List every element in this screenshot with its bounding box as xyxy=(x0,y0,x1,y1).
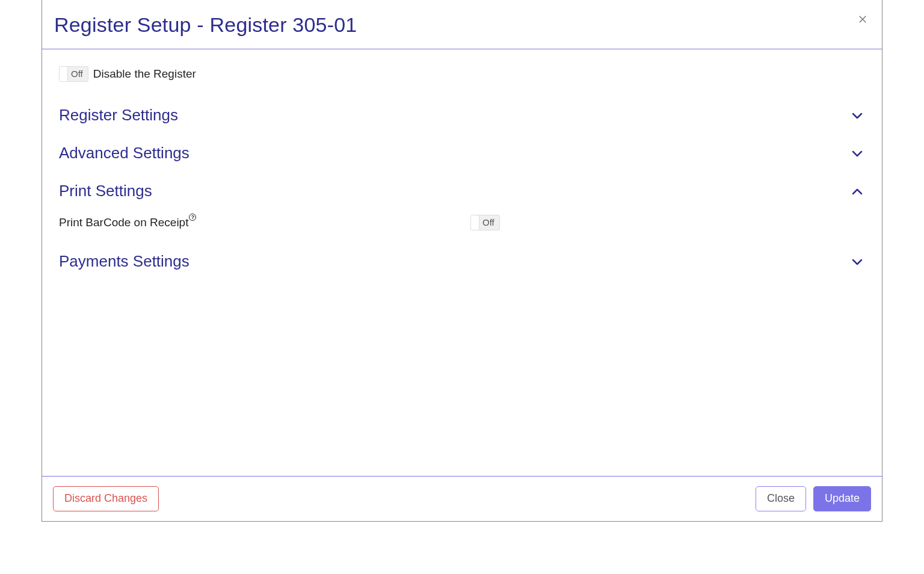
section-print-settings[interactable]: Print Settings xyxy=(59,172,865,210)
section-payments-settings[interactable]: Payments Settings xyxy=(59,242,865,280)
modal-body: Off Disable the Register Register Settin… xyxy=(42,49,882,476)
section-register-settings[interactable]: Register Settings xyxy=(59,96,865,134)
modal-title: Register Setup - Register 305-01 xyxy=(54,13,357,37)
chevron-down-icon xyxy=(849,146,865,161)
print-settings-content: Print BarCode on Receipt ? Off xyxy=(59,210,865,242)
footer-right-buttons: Close Update xyxy=(756,486,871,511)
toggle-state-label: Off xyxy=(68,67,88,81)
print-barcode-toggle[interactable]: Off xyxy=(470,215,500,230)
update-button[interactable]: Update xyxy=(813,486,871,511)
close-icon[interactable] xyxy=(855,12,870,26)
disable-register-label: Disable the Register xyxy=(93,67,196,81)
print-barcode-row: Print BarCode on Receipt ? Off xyxy=(59,215,865,230)
modal-footer: Discard Changes Close Update xyxy=(42,476,882,521)
discard-changes-button[interactable]: Discard Changes xyxy=(53,486,159,511)
register-setup-modal: Register Setup - Register 305-01 Off Dis… xyxy=(42,0,882,522)
chevron-down-icon xyxy=(849,254,865,270)
chevron-down-icon xyxy=(849,108,865,123)
toggle-knob xyxy=(60,67,68,81)
help-icon[interactable]: ? xyxy=(189,214,196,221)
section-advanced-settings[interactable]: Advanced Settings xyxy=(59,134,865,172)
toggle-knob xyxy=(471,215,479,230)
section-title-register: Register Settings xyxy=(59,106,178,125)
print-barcode-label-wrap: Print BarCode on Receipt ? xyxy=(59,216,470,229)
disable-register-toggle[interactable]: Off xyxy=(59,66,88,82)
toggle-state-label: Off xyxy=(479,215,499,230)
modal-header: Register Setup - Register 305-01 xyxy=(42,0,882,49)
disable-register-row: Off Disable the Register xyxy=(59,66,865,82)
print-barcode-label: Print BarCode on Receipt xyxy=(59,216,188,229)
section-title-advanced: Advanced Settings xyxy=(59,144,189,162)
section-title-payments: Payments Settings xyxy=(59,252,189,271)
close-button[interactable]: Close xyxy=(756,486,806,511)
chevron-up-icon xyxy=(849,184,865,199)
section-title-print: Print Settings xyxy=(59,182,152,200)
